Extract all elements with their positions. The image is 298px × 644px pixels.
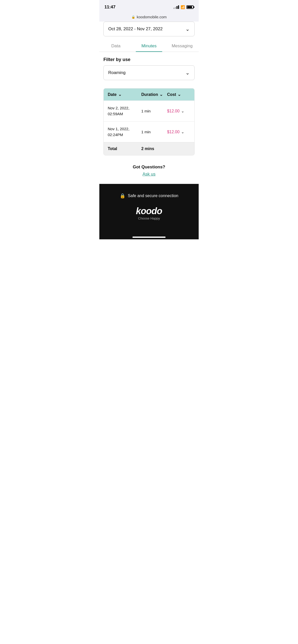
status-time: 11:47 [104, 5, 115, 10]
tab-data[interactable]: Data [99, 40, 132, 52]
tab-minutes[interactable]: Minutes [132, 40, 166, 52]
row1-expand-icon: ⌄ [181, 109, 184, 113]
table-header: Date ⌄ Duration ⌄ Cost ⌄ [104, 89, 194, 100]
footer-lock-icon: 🔒 [120, 193, 125, 199]
row2-expand-icon: ⌄ [181, 130, 184, 134]
row2-date: Nov 1, 2022, 02:24PM [108, 126, 141, 138]
lock-icon: 🔒 [131, 15, 135, 19]
tab-messaging[interactable]: Messaging [166, 40, 199, 52]
row2-cost-value: $12.00 [167, 130, 180, 134]
col-header-duration[interactable]: Duration ⌄ [141, 92, 167, 97]
footer: 🔒 Safe and secure connection koodo Choos… [99, 184, 199, 234]
date-range-chevron-icon: ⌄ [185, 26, 190, 32]
cost-sort-icon: ⌄ [178, 92, 181, 97]
footer-logo: koodo Choose Happy [103, 206, 195, 220]
koodo-tagline: Choose Happy [103, 216, 195, 220]
row1-cost[interactable]: $12.00 ⌄ [167, 109, 190, 113]
wifi-icon: 📶 [181, 5, 185, 9]
signal-icon [173, 5, 179, 9]
total-label: Total [108, 147, 141, 151]
row1-duration: 1 min [141, 109, 167, 113]
filter-chevron-icon: ⌄ [185, 70, 190, 76]
table-row: Nov 2, 2022, 02:59AM 1 min $12.00 ⌄ [104, 100, 194, 121]
filter-title: Filter by use [103, 57, 195, 62]
status-bar: 11:47 📶 [99, 0, 199, 13]
date-range-text: Oct 28, 2022 - Nov 27, 2022 [108, 26, 163, 32]
col-header-date[interactable]: Date ⌄ [108, 92, 141, 97]
footer-secure-text: Safe and secure connection [128, 194, 178, 198]
date-range-selector[interactable]: Oct 28, 2022 - Nov 27, 2022 ⌄ [103, 22, 195, 36]
ask-us-link[interactable]: Ask us [142, 172, 155, 177]
date-sort-icon: ⌄ [118, 92, 121, 97]
filter-value: Roaming [108, 70, 126, 75]
duration-sort-icon: ⌄ [159, 92, 163, 97]
usage-table: Date ⌄ Duration ⌄ Cost ⌄ Nov 2, 2022, 02… [103, 88, 195, 155]
secure-connection-section: 🔒 Safe and secure connection [103, 193, 195, 199]
col-header-cost[interactable]: Cost ⌄ [167, 92, 190, 97]
filter-section: Filter by use Roaming ⌄ [99, 57, 199, 84]
total-empty-cell [167, 147, 190, 151]
questions-title: Got Questions? [103, 165, 195, 170]
table-row: Nov 1, 2022, 02:24PM 1 min $12.00 ⌄ [104, 121, 194, 142]
total-duration: 2 mins [141, 147, 167, 151]
battery-icon [186, 5, 194, 9]
filter-dropdown[interactable]: Roaming ⌄ [103, 65, 195, 80]
home-bar [132, 237, 166, 238]
questions-section: Got Questions? Ask us [99, 155, 199, 184]
row1-cost-value: $12.00 [167, 109, 180, 113]
browser-bar: 🔒 koodomobile.com [99, 13, 199, 22]
status-icons: 📶 [173, 5, 194, 9]
home-indicator [99, 234, 199, 239]
row1-date: Nov 2, 2022, 02:59AM [108, 105, 141, 117]
table-total-row: Total 2 mins [104, 142, 194, 155]
row2-cost[interactable]: $12.00 ⌄ [167, 130, 190, 134]
tabs-bar: Data Minutes Messaging [99, 40, 199, 52]
browser-url: koodomobile.com [137, 15, 167, 19]
koodo-logo-text: koodo [103, 206, 195, 216]
row2-duration: 1 min [141, 130, 167, 134]
